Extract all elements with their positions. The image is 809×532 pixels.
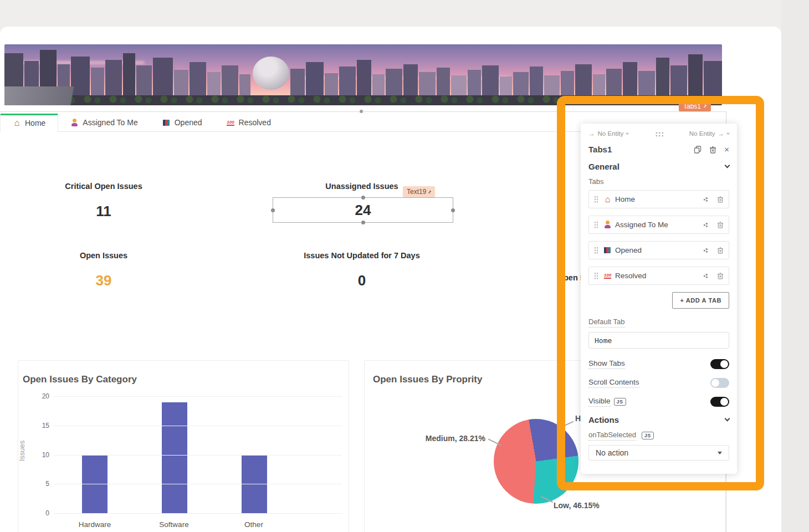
resize-handle-bottom[interactable] [361, 221, 365, 224]
stat-value: 11 [15, 203, 192, 220]
scroll-contents-row: Scroll Contents [588, 377, 729, 388]
resize-handle-top[interactable] [361, 196, 365, 200]
actions-section-header[interactable]: Actions [588, 415, 729, 424]
panel-tab-label: Opened [615, 246, 642, 254]
js-toggle-chip[interactable]: JS [614, 398, 626, 406]
drag-handle-icon[interactable] [594, 272, 598, 279]
canvas-tab-assigned-to-me[interactable]: Assigned To Me [58, 114, 150, 131]
gear-icon[interactable] [704, 197, 708, 202]
pie-chart[interactable] [494, 419, 578, 504]
building-silhouette [623, 62, 637, 96]
panel-tab-label: Assigned To Me [615, 221, 668, 229]
gridline [54, 396, 342, 397]
incoming-entity-selector[interactable]: → No Entity [588, 130, 628, 137]
bar-chart-title: Open Issues By Category [23, 374, 137, 385]
y-tick-label: 0 [22, 509, 49, 517]
pie-slice-label-low: Low, 46.15% [554, 501, 600, 510]
drag-handle-icon[interactable] [594, 196, 598, 203]
tab-label: Assigned To Me [83, 118, 137, 127]
building-silhouette [239, 74, 250, 96]
panel-tab-row-resolved[interactable]: Resolved [588, 267, 729, 285]
building-silhouette [482, 65, 499, 96]
gridline [54, 455, 342, 456]
road [4, 86, 126, 105]
grid-dots-icon[interactable] [655, 131, 663, 136]
building-silhouette [513, 72, 529, 96]
visible-label: Visible [588, 397, 611, 407]
bar-chart-widget[interactable]: Open Issues By Category Issues 05101520 … [18, 360, 349, 532]
selection-box[interactable] [273, 197, 453, 223]
trash-icon[interactable] [717, 196, 724, 203]
widget-resize-handle[interactable] [359, 109, 363, 114]
trash-icon[interactable] [717, 272, 724, 279]
right-band [781, 0, 809, 532]
panel-title-row: Tabs1 × [588, 145, 729, 154]
default-tab-input[interactable]: Home [588, 332, 729, 349]
outgoing-entity-label: No Entity [689, 130, 715, 137]
resize-handle-left[interactable] [271, 208, 275, 212]
selected-widget-badge[interactable]: Text19 [403, 186, 435, 197]
chevron-down-icon [725, 163, 730, 168]
arrow-right-icon: → [718, 130, 725, 137]
pie-label-connector [560, 421, 574, 428]
stat-label: Critical Open Issues [15, 182, 192, 191]
tab-label: Resolved [239, 118, 271, 127]
visible-toggle[interactable] [710, 397, 729, 407]
x-category-label: Software [144, 520, 204, 529]
close-panel-button[interactable]: × [724, 145, 729, 154]
action-select[interactable]: No action [588, 445, 729, 461]
panel-tab-row-opened[interactable]: Opened [588, 241, 729, 259]
outgoing-entity-selector[interactable]: No Entity → [689, 130, 729, 137]
gear-icon[interactable] [704, 274, 708, 278]
person-icon [603, 221, 612, 229]
show-tabs-row: Show Tabs [588, 359, 729, 370]
y-tick-label: 10 [22, 451, 49, 459]
panel-widget-name[interactable]: Tabs1 [588, 145, 686, 154]
gear-icon [704, 105, 706, 108]
y-tick-label: 15 [22, 422, 49, 429]
science-world-dome [253, 57, 289, 90]
building-silhouette [372, 74, 385, 96]
y-tick-label: 20 [22, 392, 49, 400]
pie-slice-label-medium: Medium, 28.21% [398, 434, 485, 443]
building-silhouette [357, 60, 371, 96]
trash-icon[interactable] [717, 221, 724, 228]
canvas-tab-home[interactable]: Home [0, 114, 58, 132]
trash-icon[interactable] [717, 247, 724, 254]
entity-connection-row: → No Entity No Entity → [588, 130, 729, 137]
drag-handle-icon[interactable] [594, 221, 598, 228]
building-silhouette [451, 75, 467, 96]
section-label: General [588, 162, 619, 171]
building-silhouette [325, 73, 338, 96]
show-tabs-toggle[interactable] [710, 359, 729, 369]
bar-software[interactable] [162, 402, 187, 513]
building-silhouette [207, 72, 221, 96]
delete-widget-button[interactable] [709, 146, 716, 154]
x-category-label: Hardware [64, 520, 125, 529]
show-tabs-label: Show Tabs [588, 359, 625, 369]
building-silhouette [544, 75, 560, 96]
copy-widget-button[interactable] [694, 146, 702, 154]
canvas-tab-resolved[interactable]: Resolved [214, 114, 283, 131]
app-screenshot: HomeAssigned To MeOpenedResolved Critica… [0, 0, 809, 532]
widget-name-badge[interactable]: Tabs1 [679, 101, 711, 111]
scroll-contents-toggle[interactable] [710, 378, 729, 388]
add-a-tab-button[interactable]: + ADD A TAB [672, 292, 729, 309]
gear-icon[interactable] [704, 248, 708, 253]
building-silhouette [419, 72, 436, 96]
canvas-tab-opened[interactable]: Opened [150, 114, 214, 131]
resize-handle-right[interactable] [451, 208, 455, 212]
stat-critical-open-issues: Critical Open Issues 11 [15, 182, 192, 220]
js-toggle-chip[interactable]: JS [642, 432, 654, 439]
drag-handle-icon[interactable] [594, 247, 598, 254]
general-section-header[interactable]: General [588, 162, 729, 171]
hundred-icon [227, 119, 235, 127]
building-silhouette [593, 74, 605, 96]
building-silhouette [670, 65, 687, 96]
building-silhouette [656, 58, 669, 96]
panel-tab-row-assigned-to-me[interactable]: Assigned To Me [588, 216, 729, 234]
gear-icon[interactable] [704, 223, 708, 227]
building-silhouette [561, 71, 574, 96]
panel-tab-row-home[interactable]: Home [588, 190, 729, 208]
books-icon [603, 246, 612, 254]
